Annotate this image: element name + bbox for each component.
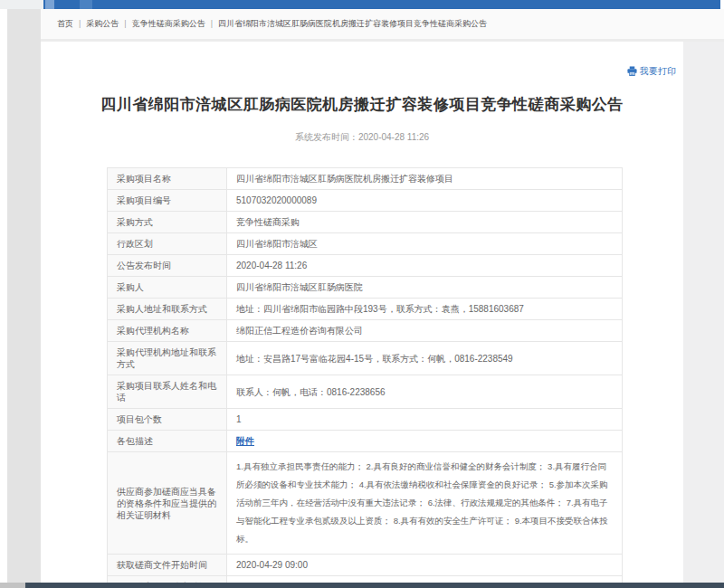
- row-value: 四川省绵阳市涪城区肛肠病医院机房搬迁扩容装修项目: [227, 168, 623, 190]
- row-value: 四川省绵阳市涪城区: [227, 233, 623, 255]
- row-label: 项目包个数: [108, 409, 227, 431]
- row-value: 绵阳正信工程造价咨询有限公司: [227, 320, 623, 342]
- row-label: 各包描述: [108, 431, 227, 452]
- table-row: 采购项目编号5107032020000089: [108, 190, 623, 212]
- top-left-corner: [0, 0, 43, 9]
- row-label: 采购项目联系人姓名和电话: [108, 375, 227, 409]
- publish-time: 系统发布时间：2020-04-28 11:26: [41, 131, 683, 144]
- left-gray-strip: [7, 9, 41, 583]
- breadcrumb: 首页|采购公告|竞争性磋商采购公告|四川省绵阳市涪城区肛肠病医院机房搬迁扩容装修…: [41, 9, 724, 42]
- breadcrumb-separator: |: [211, 19, 213, 28]
- row-value: 附件: [227, 431, 623, 452]
- breadcrumb-link[interactable]: 采购公告: [86, 19, 119, 28]
- row-value: 四川省绵阳市涪城区肛肠病医院: [227, 277, 623, 299]
- attachment-link[interactable]: 附件: [236, 436, 254, 446]
- row-label: 采购人地址和联系方式: [108, 299, 227, 320]
- right-gray-panel: [683, 42, 724, 583]
- row-label: 采购项目名称: [108, 168, 227, 190]
- row-label: 供应商参加磋商应当具备的资格条件和应当提供的相关证明材料: [108, 452, 227, 555]
- bottom-bar-left-segment: [0, 583, 25, 588]
- row-value: 1: [227, 409, 623, 431]
- printer-icon: [627, 66, 637, 76]
- row-value: 2020-04-28 11:26: [227, 255, 623, 277]
- main-content: 我要打印 四川省绵阳市涪城区肛肠病医院机房搬迁扩容装修项目竞争性磋商采购公告 系…: [41, 42, 683, 588]
- top-nav-highlight: [80, 0, 92, 9]
- table-row: 采购人四川省绵阳市涪城区肛肠病医院: [108, 277, 623, 299]
- print-button-label: 我要打印: [640, 65, 676, 78]
- breadcrumb-separator: |: [79, 19, 81, 28]
- bottom-bar: [0, 583, 724, 588]
- top-nav-highlight: [45, 0, 54, 9]
- table-row: 各包描述附件: [108, 431, 623, 452]
- row-label: 采购代理机构地址和联系方式: [108, 342, 227, 375]
- breadcrumb-current: 四川省绵阳市涪城区肛肠病医院机房搬迁扩容装修项目竞争性磋商采购公告: [218, 19, 487, 28]
- row-value: 地址：四川省绵阳市临园路中段193号，联系方式：袁燕，15881603687: [227, 299, 623, 320]
- table-row: 项目包个数1: [108, 409, 623, 431]
- table-row: 采购项目联系人姓名和电话联系人：何帆，电话：0816-2238656: [108, 375, 623, 409]
- row-value: 5107032020000089: [227, 190, 623, 212]
- row-label: 行政区划: [108, 233, 227, 255]
- row-label: 获取磋商文件开始时间: [108, 555, 227, 576]
- announcement-table: 采购项目名称四川省绵阳市涪城区肛肠病医院机房搬迁扩容装修项目采购项目编号5107…: [107, 167, 623, 588]
- table-row: 采购项目名称四川省绵阳市涪城区肛肠病医院机房搬迁扩容装修项目: [108, 168, 623, 190]
- table-row: 采购方式竞争性磋商采购: [108, 212, 623, 233]
- table-row: 采购代理机构名称绵阳正信工程造价咨询有限公司: [108, 320, 623, 342]
- table-row: 供应商参加磋商应当具备的资格条件和应当提供的相关证明材料1.具有独立承担民事责任…: [108, 452, 623, 555]
- table-row: 行政区划四川省绵阳市涪城区: [108, 233, 623, 255]
- table-row: 公告发布时间2020-04-28 11:26: [108, 255, 623, 277]
- row-value: 联系人：何帆，电话：0816-2238656: [227, 375, 623, 409]
- table-row: 采购代理机构地址和联系方式地址：安昌路17号富临花园4-15号，联系方式：何帆，…: [108, 342, 623, 375]
- top-nav-bar: [43, 0, 720, 9]
- table-row: 采购人地址和联系方式地址：四川省绵阳市临园路中段193号，联系方式：袁燕，158…: [108, 299, 623, 320]
- table-row: 获取磋商文件开始时间2020-04-29 09:00: [108, 555, 623, 576]
- row-label: 采购方式: [108, 212, 227, 233]
- row-value: 竞争性磋商采购: [227, 212, 623, 233]
- page-title: 四川省绵阳市涪城区肛肠病医院机房搬迁扩容装修项目竞争性磋商采购公告: [50, 94, 674, 115]
- announcement-table-body: 采购项目名称四川省绵阳市涪城区肛肠病医院机房搬迁扩容装修项目采购项目编号5107…: [108, 168, 623, 588]
- breadcrumb-separator: |: [124, 19, 126, 28]
- row-value: 1.具有独立承担民事责任的能力； 2.具有良好的商业信誉和健全的财务会计制度； …: [227, 452, 623, 555]
- row-value: 地址：安昌路17号富临花园4-15号，联系方式：何帆，0816-2238549: [227, 342, 623, 375]
- print-row: 我要打印: [41, 42, 683, 83]
- row-label: 采购人: [108, 277, 227, 299]
- row-label: 采购项目编号: [108, 190, 227, 212]
- breadcrumb-link[interactable]: 竞争性磋商采购公告: [132, 19, 205, 28]
- row-label: 采购代理机构名称: [108, 320, 227, 342]
- row-label: 公告发布时间: [108, 255, 227, 277]
- print-button[interactable]: 我要打印: [627, 65, 676, 78]
- breadcrumb-link[interactable]: 首页: [57, 19, 73, 28]
- row-value: 2020-04-29 09:00: [227, 555, 623, 576]
